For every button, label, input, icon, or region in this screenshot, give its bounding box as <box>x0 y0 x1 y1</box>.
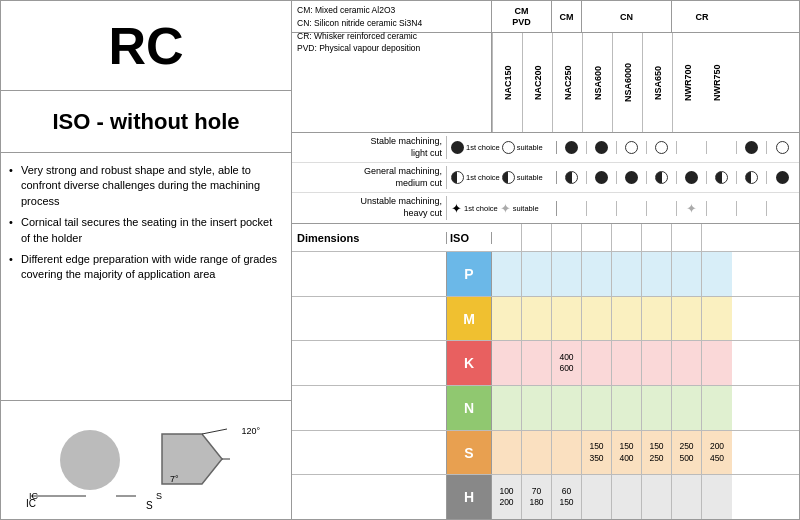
color-cell <box>702 475 732 519</box>
filled-circle-icon <box>595 141 608 154</box>
machining-cell <box>587 141 617 154</box>
color-cell <box>492 252 522 296</box>
color-row-cells <box>492 252 799 296</box>
machining-section: Stable machining,light cut 1st choice su… <box>292 133 799 224</box>
half-circle-icon <box>655 171 668 184</box>
color-row-k: K400600 <box>292 341 799 386</box>
color-row-cells: 150350150400150250250500200450 <box>492 431 799 475</box>
filled-circle-icon <box>565 141 578 154</box>
machining-cell <box>617 141 647 154</box>
color-cell <box>522 431 552 475</box>
bullet-item: Very strong and robust shape and style, … <box>9 163 281 209</box>
machining-cell <box>617 171 647 184</box>
group-cn: CN <box>582 1 672 32</box>
machining-row: Unstable machining,heavy cut✦ 1st choice… <box>292 193 799 223</box>
color-row-cells <box>492 386 799 430</box>
machining-cell <box>767 201 797 216</box>
half-circle-icon <box>715 171 728 184</box>
machining-cells <box>557 141 799 154</box>
half-circle-icon <box>565 171 578 184</box>
dim-cell <box>582 224 612 252</box>
machining-cell <box>677 171 707 184</box>
color-cell <box>552 252 582 296</box>
empty-circle-icon <box>655 141 668 154</box>
grade-name-col: NAC200 <box>522 33 552 132</box>
color-row-m: M <box>292 297 799 342</box>
grade-name-col: NSA600 <box>582 33 612 132</box>
circle-diagram <box>60 430 120 490</box>
color-rows-container: PMK400600NS15035015040015025025050020045… <box>292 252 799 519</box>
color-cell <box>522 341 552 385</box>
color-cell <box>522 252 552 296</box>
names-legend <box>292 33 492 132</box>
angle-120: 120° <box>241 426 260 436</box>
star-icon: ✦ <box>451 201 462 216</box>
machining-cell <box>707 201 737 216</box>
names-header: NAC150NAC200NAC250NSA600NSA6000NSA650NWR… <box>292 33 799 133</box>
color-row-iso-label: H <box>447 475 492 519</box>
color-row-iso-label: S <box>447 431 492 475</box>
half-circle-icon <box>745 171 758 184</box>
color-cell <box>612 341 642 385</box>
grade-groups: CMPVD CM CN CR <box>492 1 799 32</box>
group-cm-pvd-label: CMPVD <box>512 6 531 28</box>
machining-cell <box>737 201 767 216</box>
color-row-iso-label: K <box>447 341 492 385</box>
right-panel: CM: Mixed ceramic Al2O3CN: Silicon nitri… <box>292 1 799 519</box>
rc-title: RC <box>1 1 291 91</box>
color-cell: 150400 <box>612 431 642 475</box>
color-cell <box>642 386 672 430</box>
machining-cell <box>737 141 767 154</box>
color-cell <box>642 341 672 385</box>
color-cell: 150250 <box>642 431 672 475</box>
color-cell <box>612 252 642 296</box>
color-cell: 70180 <box>522 475 552 519</box>
bullet-item: Cornical tail secures the seating in the… <box>9 215 281 246</box>
group-cm: CM <box>552 1 582 32</box>
s-label: S <box>146 500 153 511</box>
color-cell <box>582 252 612 296</box>
group-cn-label: CN <box>620 12 633 22</box>
color-cell <box>672 297 702 341</box>
legend-text: CM: Mixed ceramic Al2O3CN: Silicon nitri… <box>292 1 492 32</box>
dim-cells <box>492 224 799 252</box>
star-empty-icon: ✦ <box>686 201 697 216</box>
color-row-n: N <box>292 386 799 431</box>
color-cell <box>552 297 582 341</box>
color-row-label <box>292 431 447 475</box>
color-row-cells: 1002007018060150 <box>492 475 799 519</box>
machining-cell <box>557 171 587 184</box>
color-row-cells: 400600 <box>492 341 799 385</box>
machining-cell <box>707 171 737 184</box>
color-cell: 100200 <box>492 475 522 519</box>
top-header: CM: Mixed ceramic Al2O3CN: Silicon nitri… <box>292 1 799 33</box>
half-circle-icon <box>451 171 464 184</box>
machining-choice: 1st choice suitable <box>447 171 557 184</box>
angle-7: 7° <box>170 474 179 484</box>
color-cell <box>582 341 612 385</box>
machining-cells: ✦ <box>557 201 799 216</box>
machining-cell <box>647 141 677 154</box>
machining-cell <box>587 171 617 184</box>
grade-name-col: NWR750 <box>702 33 732 132</box>
dimensions-iso: ISO <box>447 232 492 244</box>
machining-choice: ✦ 1st choice ✦ suitable <box>447 201 557 216</box>
group-cr: CR <box>672 1 732 32</box>
color-cell <box>552 386 582 430</box>
machining-cell <box>767 141 797 154</box>
filled-circle-icon <box>776 171 789 184</box>
color-row-cells <box>492 297 799 341</box>
bullet-item: Different edge preparation with wide ran… <box>9 252 281 283</box>
color-cell: 400600 <box>552 341 582 385</box>
color-cell <box>612 386 642 430</box>
filled-circle-icon <box>625 171 638 184</box>
diamond-diagram: 120° 7° <box>152 424 232 496</box>
grade-name-col: NWR700 <box>672 33 702 132</box>
group-cm-label: CM <box>560 12 574 22</box>
color-cell <box>522 297 552 341</box>
machining-label: Unstable machining,heavy cut <box>292 196 447 219</box>
dim-cell <box>522 224 552 252</box>
star-empty-icon: ✦ <box>500 201 511 216</box>
machining-choice: 1st choice suitable <box>447 141 557 154</box>
color-row-iso-label: M <box>447 297 492 341</box>
